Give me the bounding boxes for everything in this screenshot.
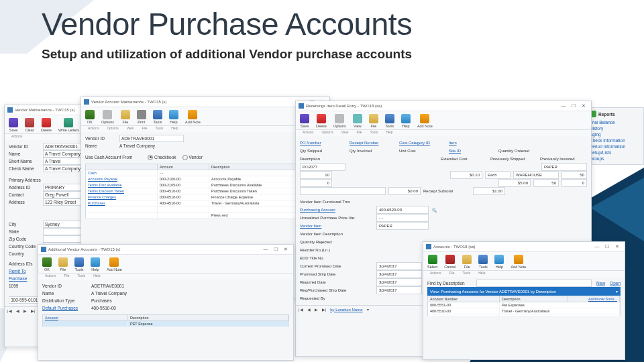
ribbon-group-label: Help (386, 130, 392, 134)
tools-button[interactable]: Tools (385, 114, 394, 128)
tools-button[interactable]: Tools (478, 255, 488, 269)
table-row[interactable]: Accounts Payable000-2100-00Accounts Paya… (85, 176, 325, 182)
lookup-icon[interactable]: 🔍 (431, 208, 437, 213)
file-button[interactable]: File (121, 110, 130, 124)
value-field[interactable]: 0 (300, 179, 332, 187)
purch-account-field[interactable]: 400-6520-00 (376, 206, 429, 214)
help-button[interactable]: Help (169, 110, 178, 124)
po-field[interactable]: PO2077 (300, 163, 345, 171)
value-field[interactable]: 50 (533, 179, 559, 187)
delete-button[interactable]: Delete (316, 114, 327, 128)
close-button[interactable]: ✕ (579, 103, 588, 109)
item-field[interactable]: PAPER (541, 163, 587, 171)
table-row[interactable]: 000-5551-00Pet Expenses (427, 302, 621, 308)
ok-button[interactable]: OK (85, 110, 95, 124)
date-field[interactable]: 3/24/2017 (376, 278, 422, 286)
item-link[interactable]: Item (449, 141, 496, 145)
table-row[interactable]: → (85, 206, 325, 213)
purchase-link[interactable]: Purchase (9, 276, 41, 281)
date-field[interactable]: 3/24/2017 (376, 270, 422, 278)
cost-field[interactable]: $0.10 (450, 171, 482, 179)
date-field[interactable]: 3/24/2017 (376, 286, 422, 294)
value-field[interactable]: $5.00 (498, 179, 531, 187)
clear-button[interactable]: Clear (25, 118, 34, 132)
ok-button[interactable]: OK (42, 257, 52, 272)
find-field[interactable] (476, 280, 592, 287)
print-button[interactable]: Print (137, 110, 146, 124)
save-button[interactable]: Save (9, 118, 18, 132)
add-note-button[interactable]: Add Note (185, 110, 201, 124)
vendor-item-field[interactable]: PAPER (376, 222, 429, 230)
help-button[interactable]: Help (91, 257, 100, 272)
value-field[interactable]: 0 (561, 179, 587, 187)
po-number-link[interactable]: PO Number (300, 141, 347, 145)
vendor-id-field[interactable]: ADETRAVE0001 (119, 135, 184, 142)
maximize-button[interactable]: ☐ (602, 243, 612, 250)
table-row[interactable]: Terms Disc Available000-2105-00Purchases… (85, 182, 325, 188)
add-note-button[interactable]: Add Note (107, 257, 122, 272)
add-note-button[interactable]: Add Note (511, 255, 526, 269)
view-bar[interactable]: View: Purchasing Accounts for Vendor ADE… (427, 287, 621, 296)
close-button[interactable]: ✕ (281, 246, 290, 253)
file-button[interactable]: File (369, 114, 378, 128)
accounts-table-header: Account Description (42, 314, 289, 321)
maximize-button[interactable]: ☐ (569, 103, 578, 109)
cancel-button[interactable]: Cancel (444, 255, 455, 269)
cost-category-link[interactable]: Cost Category ID (399, 141, 446, 145)
receipt-number-link[interactable]: Receipt Number (350, 141, 396, 145)
write-letters-button[interactable]: Write Letters (58, 118, 79, 132)
view-button[interactable]: View (353, 114, 362, 128)
label: Name (42, 291, 89, 296)
delete-button[interactable]: Delete (41, 118, 52, 132)
add-note-button[interactable]: Add Note (417, 114, 433, 128)
default-purchases-link[interactable]: Default Purchases (42, 306, 89, 310)
table-row[interactable]: 400-5510-00Travel - Germany/Australasia (427, 308, 621, 314)
help-button[interactable]: Help (401, 114, 411, 128)
qty-field[interactable]: 10 (300, 171, 332, 179)
table-row[interactable]: PET Expense (42, 321, 289, 327)
radio-vendor[interactable]: Vendor (182, 155, 203, 160)
minimize-button[interactable]: — (559, 103, 568, 109)
close-button[interactable]: ✕ (612, 243, 622, 250)
report-link[interactable]: Groups (590, 156, 640, 162)
report-link[interactable]: Aging (590, 131, 640, 137)
report-link[interactable]: Period Information (590, 143, 640, 149)
purch-account-link[interactable]: Purchasing Account (300, 208, 374, 212)
value-field[interactable]: $0.00 (388, 187, 421, 195)
label: Vendor ID (9, 144, 41, 149)
new-button[interactable]: New (594, 281, 608, 286)
report-link[interactable]: Setup/Lists (590, 149, 640, 156)
options-button[interactable]: Options (101, 110, 114, 124)
label: Unrealized Purchase Price Var. (300, 216, 374, 220)
minimize-button[interactable]: — (592, 243, 602, 250)
table-row[interactable]: Purchases400-4510-00Travel - Germany/Aus… (85, 200, 325, 206)
site-field[interactable]: WAREHOUSE (513, 171, 559, 179)
uom-field[interactable]: Each (485, 171, 511, 179)
value-field[interactable] (300, 187, 386, 195)
report-link[interactable]: History (590, 125, 640, 131)
open-button[interactable]: Open (610, 281, 621, 286)
table-row[interactable]: Press sed→ (85, 213, 325, 219)
save-button[interactable]: Save (300, 114, 309, 128)
report-link[interactable]: Check Information (590, 137, 640, 143)
table-row[interactable]: Finance Charges000-0510-00Finance Charge… (85, 194, 325, 200)
tools-button[interactable]: Tools (153, 110, 162, 124)
file-button[interactable]: File (58, 257, 68, 272)
radio-checkbook[interactable]: Checkbook (148, 155, 176, 160)
file-button[interactable]: File (462, 255, 472, 269)
select-button[interactable]: Select (427, 255, 437, 269)
report-link[interactable]: Trial Balance (590, 119, 640, 125)
help-button[interactable]: Help (494, 255, 504, 269)
tools-button[interactable]: Tools (74, 257, 84, 272)
vendor-item-link[interactable]: Vendor Item (300, 224, 374, 228)
date-field[interactable]: 3/24/2017 (376, 262, 422, 270)
subtotal-field[interactable]: $1.00 (473, 187, 505, 195)
table-row[interactable] (427, 314, 621, 316)
remit-to-link[interactable]: Remit To (9, 269, 41, 274)
table-row[interactable]: Terms Discount Taken000-4510-00Purchases… (85, 188, 325, 194)
table-row[interactable]: Cash- -→ (85, 170, 325, 176)
maximize-button[interactable]: ☐ (271, 246, 280, 253)
options-button[interactable]: Options (333, 114, 346, 128)
qty-ordered-field[interactable]: 50 (561, 171, 587, 179)
minimize-button[interactable]: — (261, 246, 270, 253)
